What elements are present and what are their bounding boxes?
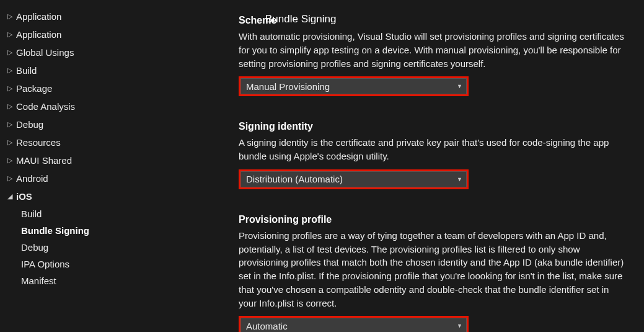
dropdown-value: Automatic bbox=[246, 321, 288, 331]
chevron-right-icon: ▷ bbox=[7, 102, 16, 110]
field-provisioning-profile: Provisioning profile Provisioning profil… bbox=[239, 214, 632, 332]
dropdown-value: Distribution (Automatic) bbox=[246, 174, 343, 184]
sidebar-item-ios[interactable]: ◢ iOS bbox=[5, 187, 130, 205]
sidebar-item-label: iOS bbox=[16, 191, 32, 202]
sidebar-child-label: Manifest bbox=[21, 276, 56, 286]
sidebar-item-label: Application bbox=[16, 11, 61, 22]
sidebar-child-label: Build bbox=[21, 209, 42, 219]
sidebar-item-label: Code Analysis bbox=[16, 101, 75, 112]
field-description: Provisioning profiles are a way of tying… bbox=[239, 229, 629, 310]
chevron-down-icon: ▼ bbox=[457, 323, 462, 329]
sidebar-child-debug[interactable]: Debug bbox=[5, 239, 130, 256]
sidebar: ▷ Application ▷ Application ▷ Global Usi… bbox=[0, 0, 130, 332]
chevron-down-icon: ◢ bbox=[7, 192, 16, 200]
sidebar-child-build[interactable]: Build bbox=[5, 205, 130, 222]
field-signing-identity: Signing identity A signing identity is t… bbox=[239, 121, 632, 189]
sidebar-item-global-usings[interactable]: ▷ Global Usings bbox=[5, 43, 130, 61]
field-description: A signing identity is the certificate an… bbox=[239, 136, 629, 163]
sidebar-child-label: Debug bbox=[21, 242, 48, 253]
sidebar-item-label: Build bbox=[16, 65, 37, 76]
sidebar-item-label: Application bbox=[16, 29, 61, 40]
sidebar-item-label: Global Usings bbox=[16, 47, 74, 58]
chevron-right-icon: ▷ bbox=[7, 120, 16, 128]
highlight-box: Automatic ▼ bbox=[239, 316, 469, 332]
chevron-right-icon: ▷ bbox=[7, 30, 16, 38]
field-label: Provisioning profile bbox=[239, 214, 632, 225]
chevron-down-icon: ▼ bbox=[457, 83, 462, 89]
highlight-box: Distribution (Automatic) ▼ bbox=[239, 169, 469, 189]
sidebar-child-label: Bundle Signing bbox=[21, 225, 89, 236]
chevron-right-icon: ▷ bbox=[7, 12, 16, 20]
dropdown-value: Manual Provisioning bbox=[246, 81, 330, 92]
field-label: Signing identity bbox=[239, 121, 632, 132]
signing-identity-dropdown[interactable]: Distribution (Automatic) ▼ bbox=[240, 171, 467, 187]
sidebar-item-code-analysis[interactable]: ▷ Code Analysis bbox=[5, 97, 130, 115]
chevron-down-icon: ▼ bbox=[457, 176, 462, 182]
field-scheme: Scheme With automatic provisioning, Visu… bbox=[239, 15, 632, 96]
sidebar-item-label: MAUI Shared bbox=[16, 155, 72, 166]
chevron-right-icon: ▷ bbox=[7, 156, 16, 164]
chevron-right-icon: ▷ bbox=[7, 66, 16, 74]
sidebar-child-bundle-signing[interactable]: Bundle Signing bbox=[5, 222, 130, 239]
section-title: Bundle Signing bbox=[265, 11, 336, 27]
chevron-right-icon: ▷ bbox=[7, 138, 16, 146]
chevron-right-icon: ▷ bbox=[7, 84, 16, 92]
sidebar-item-package[interactable]: ▷ Package bbox=[5, 79, 130, 97]
chevron-right-icon: ▷ bbox=[7, 48, 16, 56]
sidebar-item-label: Resources bbox=[16, 137, 61, 148]
field-description: With automatic provisioning, Visual Stud… bbox=[239, 30, 629, 70]
sidebar-item-application[interactable]: ▷ Application bbox=[5, 25, 130, 43]
highlight-box: Manual Provisioning ▼ bbox=[239, 76, 469, 96]
content-panel: Bundle Signing Scheme With automatic pro… bbox=[130, 0, 644, 332]
sidebar-child-label: IPA Options bbox=[21, 259, 69, 269]
sidebar-item-debug[interactable]: ▷ Debug bbox=[5, 115, 130, 133]
scheme-dropdown[interactable]: Manual Provisioning ▼ bbox=[240, 78, 467, 94]
sidebar-item-maui-shared[interactable]: ▷ MAUI Shared bbox=[5, 151, 130, 169]
sidebar-item-build[interactable]: ▷ Build bbox=[5, 61, 130, 79]
sidebar-item-label: Package bbox=[16, 83, 52, 94]
sidebar-item-resources[interactable]: ▷ Resources bbox=[5, 133, 130, 151]
sidebar-child-manifest[interactable]: Manifest bbox=[5, 272, 130, 289]
sidebar-item-label: Android bbox=[16, 173, 48, 184]
provisioning-profile-dropdown[interactable]: Automatic ▼ bbox=[240, 318, 467, 332]
sidebar-item-application[interactable]: ▷ Application bbox=[5, 7, 130, 25]
sidebar-item-android[interactable]: ▷ Android bbox=[5, 169, 130, 187]
sidebar-item-label: Debug bbox=[16, 119, 43, 130]
sidebar-child-ipa-options[interactable]: IPA Options bbox=[5, 256, 130, 272]
chevron-right-icon: ▷ bbox=[7, 174, 16, 182]
